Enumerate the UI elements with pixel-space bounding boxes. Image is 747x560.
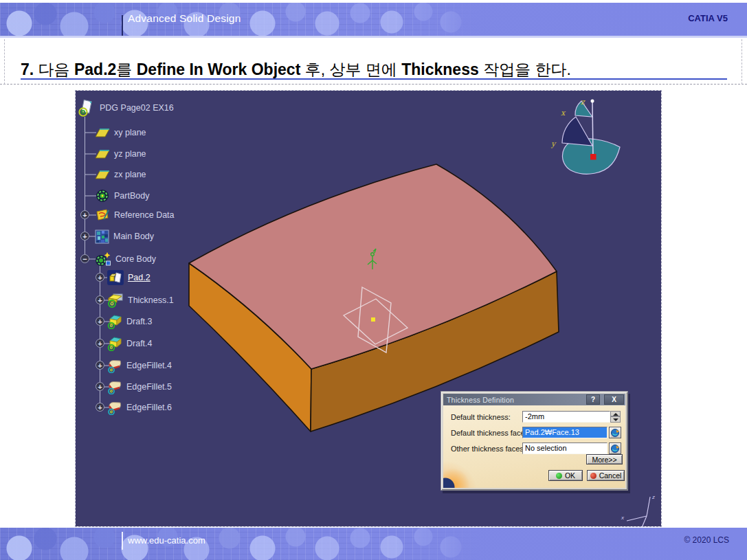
compass-sector-middle bbox=[562, 117, 592, 146]
tree-item-edgefillet4[interactable]: EdgeFillet.4 bbox=[107, 357, 172, 374]
draft-icon bbox=[107, 336, 122, 351]
header-title: Advanced Solid Design bbox=[128, 12, 241, 25]
footer-divider-line bbox=[122, 532, 123, 550]
expand-plus-icon[interactable]: + bbox=[96, 339, 104, 348]
part-document-icon bbox=[78, 99, 96, 117]
tree-item-partbody[interactable]: PartBody bbox=[95, 188, 149, 204]
close-icon[interactable]: X bbox=[604, 394, 624, 405]
slide-title: 7. 다음 Pad.2를 Define In Work Object 후, 상부… bbox=[21, 59, 735, 80]
compass-top-handle[interactable] bbox=[591, 100, 594, 103]
dialog-title: Thickness Definition bbox=[443, 396, 514, 404]
main-body-icon bbox=[95, 229, 109, 244]
default-thickness-label: Default thickness: bbox=[451, 413, 511, 421]
compass[interactable]: z x y bbox=[550, 98, 620, 174]
title-segment: Pad.2 bbox=[74, 60, 116, 78]
axis-triad bbox=[627, 497, 650, 526]
default-thickness-input[interactable]: -2mm bbox=[522, 411, 610, 423]
dashed-guide-horizontal bbox=[0, 84, 747, 85]
draft-icon bbox=[107, 314, 122, 329]
plane-icon bbox=[95, 148, 110, 160]
edgefillet-icon bbox=[107, 379, 122, 394]
expand-plus-icon[interactable]: + bbox=[96, 295, 104, 304]
default-thickness-faces-field[interactable]: Pad.2₩Face.13 bbox=[522, 427, 607, 438]
spinner-down-icon[interactable] bbox=[610, 416, 621, 423]
footer-band: www.edu-catia.com © 2020 LCS bbox=[0, 528, 747, 560]
thickness-definition-dialog: Thickness Definition ? X Default thickne… bbox=[441, 391, 628, 491]
title-segment: 7. bbox=[21, 60, 38, 78]
title-segment: Define In Work Object bbox=[137, 60, 301, 78]
title-segment: 를 bbox=[116, 60, 136, 78]
tree-item-zx-plane[interactable]: zx plane bbox=[95, 166, 146, 183]
compass-x-label: x bbox=[561, 109, 566, 117]
catia-viewport[interactable]: z x y z x y bbox=[76, 91, 661, 526]
triad-z-label: z bbox=[651, 494, 655, 500]
expand-plus-icon[interactable]: + bbox=[96, 382, 104, 391]
expand-plus-icon[interactable]: + bbox=[80, 210, 89, 219]
other-thickness-faces-field[interactable]: No selection bbox=[522, 443, 607, 454]
triad-x-label: x bbox=[621, 515, 625, 521]
tree-item-edgefillet5[interactable]: EdgeFillet.5 bbox=[107, 379, 172, 395]
header-band: Advanced Solid Design CATIA V5 bbox=[0, 3, 747, 36]
title-segment: Thickness bbox=[401, 60, 479, 78]
tree-item-draft4[interactable]: Draft.4 bbox=[107, 335, 153, 352]
face-select-icon[interactable] bbox=[609, 443, 621, 454]
slide: { "header": { "title": "Advanced Solid D… bbox=[0, 0, 747, 560]
dashed-guide-right bbox=[742, 39, 742, 85]
tree-item-edgefillet6[interactable]: EdgeFillet.6 bbox=[107, 399, 172, 416]
expand-plus-icon[interactable]: + bbox=[96, 273, 104, 282]
header-edge-strip bbox=[0, 36, 747, 38]
expand-plus-icon[interactable]: + bbox=[96, 317, 104, 326]
plane-icon bbox=[95, 169, 110, 181]
brand-label: CATIA V5 bbox=[688, 13, 728, 23]
help-button[interactable]: ? bbox=[586, 394, 600, 405]
face-select-icon[interactable] bbox=[609, 427, 621, 438]
footer-copyright: © 2020 LCS bbox=[684, 535, 729, 545]
tree-item-reference-data[interactable]: Reference Data bbox=[95, 207, 175, 223]
core-body-icon bbox=[95, 251, 111, 267]
tree-item-main-body[interactable]: Main Body bbox=[95, 228, 154, 245]
tree-item-core-body[interactable]: Core Body bbox=[95, 251, 156, 267]
title-segment: 작업을 한다. bbox=[479, 60, 571, 78]
title-underline bbox=[21, 78, 727, 80]
plane-icon bbox=[95, 127, 110, 139]
dashed-guide-left bbox=[4, 39, 5, 85]
footer-site-text: www.edu-catia.com bbox=[128, 535, 205, 546]
title-segment: 후, 상부 면에 bbox=[300, 60, 401, 78]
header-divider-line bbox=[122, 15, 123, 36]
tree-item-xy-plane[interactable]: xy plane bbox=[95, 124, 146, 141]
dialog-title-bar[interactable]: Thickness Definition ? X bbox=[443, 394, 625, 405]
compass-base-handle[interactable] bbox=[590, 154, 597, 160]
partbody-icon bbox=[95, 188, 110, 203]
edgefillet-icon bbox=[107, 358, 122, 373]
thickness-icon bbox=[107, 293, 124, 308]
tree-root-item[interactable]: PDG Page02 EX16 bbox=[78, 100, 174, 116]
pad-icon bbox=[107, 270, 124, 285]
footer-bubbles-decoration bbox=[0, 528, 481, 560]
edgefillet-icon bbox=[107, 400, 122, 415]
tree-item-draft3[interactable]: Draft.3 bbox=[107, 313, 153, 330]
tree-item-yz-plane[interactable]: yz plane bbox=[95, 146, 146, 162]
more-button[interactable]: More>> bbox=[586, 454, 623, 464]
title-segment: 다음 bbox=[38, 60, 74, 78]
cancel-red-icon bbox=[590, 473, 597, 479]
ok-button[interactable]: OK bbox=[548, 470, 583, 481]
tree-item-thickness1[interactable]: Thickness.1 bbox=[107, 292, 174, 309]
dialog-body: Default thickness: Default thickness fac… bbox=[443, 405, 625, 488]
thickness-spinner bbox=[610, 411, 621, 423]
tree-item-pad2[interactable]: Pad.2 bbox=[107, 269, 150, 286]
default-thickness-faces-label: Default thickness faces: bbox=[451, 429, 531, 437]
expand-plus-icon[interactable]: + bbox=[96, 403, 104, 412]
other-thickness-faces-label: Other thickness faces: bbox=[451, 445, 526, 453]
expand-plus-icon[interactable]: + bbox=[80, 232, 89, 240]
expand-plus-icon[interactable]: + bbox=[96, 361, 104, 370]
spinner-up-icon[interactable] bbox=[610, 411, 621, 416]
sketch-origin-point[interactable] bbox=[371, 317, 375, 322]
collapse-minus-icon[interactable]: − bbox=[80, 254, 89, 263]
cancel-button[interactable]: Cancel bbox=[587, 470, 625, 481]
tree-root-label: PDG Page02 EX16 bbox=[100, 103, 174, 113]
compass-z-label: z bbox=[581, 98, 586, 107]
reference-data-icon bbox=[95, 208, 110, 223]
ok-green-icon bbox=[556, 473, 562, 479]
compass-y-label: y bbox=[550, 139, 557, 148]
compass-pole bbox=[592, 102, 593, 157]
